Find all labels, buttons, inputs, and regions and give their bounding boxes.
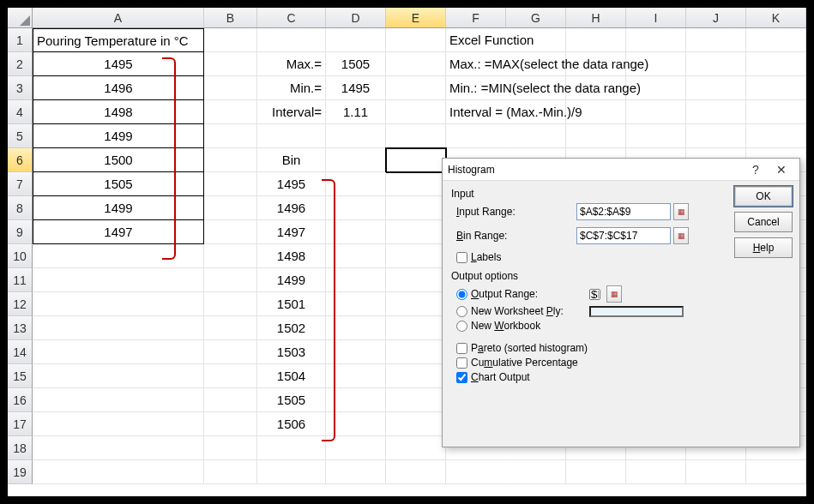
cell-C13[interactable]: 1502 bbox=[257, 316, 326, 340]
cell-A13[interactable] bbox=[33, 316, 204, 340]
cell-A8[interactable]: 1499 bbox=[33, 196, 204, 220]
chart-output-checkbox[interactable] bbox=[456, 372, 467, 383]
cell-I19[interactable] bbox=[626, 460, 686, 484]
cell-F19[interactable] bbox=[446, 460, 506, 484]
cell-E6[interactable] bbox=[386, 148, 446, 172]
cell-J1[interactable] bbox=[686, 28, 746, 52]
cell-B9[interactable] bbox=[204, 220, 257, 244]
cell-A15[interactable] bbox=[33, 364, 204, 388]
row-header-2[interactable]: 2 bbox=[8, 52, 33, 76]
cell-C2[interactable]: Max.= bbox=[257, 52, 326, 76]
cell-K3[interactable] bbox=[746, 76, 806, 100]
row-header-15[interactable]: 15 bbox=[8, 364, 33, 388]
cell-E13[interactable] bbox=[386, 316, 446, 340]
select-all-corner[interactable] bbox=[8, 8, 33, 27]
row-header-13[interactable]: 13 bbox=[8, 316, 33, 340]
col-header-G[interactable]: G bbox=[506, 8, 566, 27]
cell-A7[interactable]: 1505 bbox=[33, 172, 204, 196]
cell-I5[interactable] bbox=[626, 124, 686, 148]
cell-B4[interactable] bbox=[204, 100, 257, 124]
cell-H19[interactable] bbox=[566, 460, 626, 484]
cell-C9[interactable]: 1497 bbox=[257, 220, 326, 244]
cell-C16[interactable]: 1505 bbox=[257, 388, 326, 412]
cell-C10[interactable]: 1498 bbox=[257, 244, 326, 268]
col-header-I[interactable]: I bbox=[626, 8, 686, 27]
help-button[interactable]: Help bbox=[734, 237, 793, 258]
cell-B14[interactable] bbox=[204, 340, 257, 364]
cell-D3[interactable]: 1495 bbox=[326, 76, 386, 100]
cell-E16[interactable] bbox=[386, 388, 446, 412]
cell-G19[interactable] bbox=[506, 460, 566, 484]
cell-B6[interactable] bbox=[204, 148, 257, 172]
cell-F3[interactable]: Min.: =MIN(select the data range) bbox=[446, 76, 506, 100]
cell-A16[interactable] bbox=[33, 388, 204, 412]
row-header-11[interactable]: 11 bbox=[8, 268, 33, 292]
row-header-1[interactable]: 1 bbox=[8, 28, 33, 52]
cell-A11[interactable] bbox=[33, 268, 204, 292]
cell-E8[interactable] bbox=[386, 196, 446, 220]
row-header-18[interactable]: 18 bbox=[8, 436, 33, 460]
cell-D19[interactable] bbox=[326, 460, 386, 484]
cell-C11[interactable]: 1499 bbox=[257, 268, 326, 292]
cell-C18[interactable] bbox=[257, 436, 326, 460]
col-header-H[interactable]: H bbox=[566, 8, 626, 27]
col-header-B[interactable]: B bbox=[204, 8, 257, 27]
dialog-help-icon[interactable]: ? bbox=[743, 163, 769, 177]
cell-I1[interactable] bbox=[626, 28, 686, 52]
cell-G5[interactable] bbox=[506, 124, 566, 148]
cell-F4[interactable]: Interval = (Max.-Min.)/9 bbox=[446, 100, 506, 124]
cell-B17[interactable] bbox=[204, 412, 257, 436]
cell-A9[interactable]: 1497 bbox=[33, 220, 204, 244]
cell-F2[interactable]: Max.: =MAX(select the data range) bbox=[446, 52, 506, 76]
cell-A10[interactable] bbox=[33, 244, 204, 268]
cell-E18[interactable] bbox=[386, 436, 446, 460]
output-range-field[interactable] bbox=[589, 289, 600, 300]
cell-C19[interactable] bbox=[257, 460, 326, 484]
input-range-field[interactable] bbox=[576, 203, 671, 220]
cell-K1[interactable] bbox=[746, 28, 806, 52]
row-header-10[interactable]: 10 bbox=[8, 244, 33, 268]
cell-A5[interactable]: 1499 bbox=[33, 124, 204, 148]
col-header-D[interactable]: D bbox=[326, 8, 386, 27]
cancel-button[interactable]: Cancel bbox=[734, 212, 793, 232]
cell-C15[interactable]: 1504 bbox=[257, 364, 326, 388]
cell-E17[interactable] bbox=[386, 412, 446, 436]
col-header-C[interactable]: C bbox=[257, 8, 326, 27]
cell-E2[interactable] bbox=[386, 52, 446, 76]
cell-K4[interactable] bbox=[746, 100, 806, 124]
cell-C12[interactable]: 1501 bbox=[257, 292, 326, 316]
cell-A1[interactable]: Pouring Temperature in °C bbox=[33, 28, 204, 52]
col-header-E[interactable]: E bbox=[386, 8, 446, 27]
cell-B2[interactable] bbox=[204, 52, 257, 76]
cell-A4[interactable]: 1498 bbox=[33, 100, 204, 124]
cell-J3[interactable] bbox=[686, 76, 746, 100]
pareto-checkbox[interactable] bbox=[456, 343, 467, 354]
cell-K2[interactable] bbox=[746, 52, 806, 76]
new-worksheet-radio[interactable] bbox=[456, 306, 467, 317]
cell-E10[interactable] bbox=[386, 244, 446, 268]
bin-range-picker-icon[interactable]: ▦ bbox=[673, 227, 689, 244]
cell-C6[interactable]: Bin bbox=[257, 148, 326, 172]
col-header-F[interactable]: F bbox=[446, 8, 506, 27]
cell-K5[interactable] bbox=[746, 124, 806, 148]
cell-A18[interactable] bbox=[33, 436, 204, 460]
cell-D6[interactable] bbox=[326, 148, 386, 172]
ok-button[interactable]: OK bbox=[734, 186, 793, 207]
cell-B15[interactable] bbox=[204, 364, 257, 388]
cell-D2[interactable]: 1505 bbox=[326, 52, 386, 76]
cell-B8[interactable] bbox=[204, 196, 257, 220]
row-header-3[interactable]: 3 bbox=[8, 76, 33, 100]
cell-A2[interactable]: 1495 bbox=[33, 52, 204, 76]
cell-F5[interactable] bbox=[446, 124, 506, 148]
cell-J19[interactable] bbox=[686, 460, 746, 484]
cell-B11[interactable] bbox=[204, 268, 257, 292]
cell-J4[interactable] bbox=[686, 100, 746, 124]
row-header-9[interactable]: 9 bbox=[8, 220, 33, 244]
cell-E11[interactable] bbox=[386, 268, 446, 292]
cell-D1[interactable] bbox=[326, 28, 386, 52]
cell-A12[interactable] bbox=[33, 292, 204, 316]
input-range-picker-icon[interactable]: ▦ bbox=[673, 203, 689, 220]
cell-E3[interactable] bbox=[386, 76, 446, 100]
cell-E7[interactable] bbox=[386, 172, 446, 196]
cell-E5[interactable] bbox=[386, 124, 446, 148]
